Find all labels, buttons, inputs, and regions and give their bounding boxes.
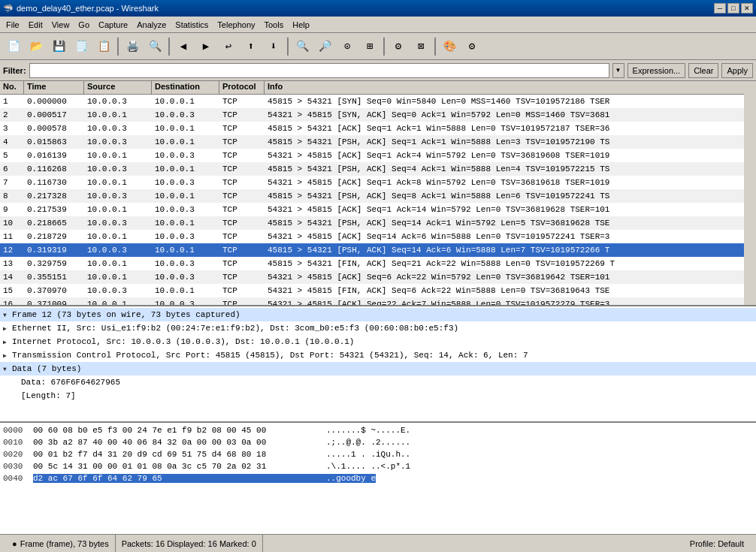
menu-item-view[interactable]: View [47,17,74,32]
detail-row-ip[interactable]: ▶Internet Protocol, Src: 10.0.0.3 (10.0.… [0,335,756,348]
toolbar-color-btn[interactable]: 🎨 [439,36,460,57]
cell-dst: 10.0.0.3 [152,110,219,119]
toolbar-capture-btn[interactable]: ⚙ [388,36,409,57]
cell-dst: 10.0.0.1 [152,97,219,106]
toolbar-fwd-btn[interactable]: ▶ [195,36,216,57]
menu-item-file[interactable]: File [2,17,24,32]
cell-info: 54321 > 45815 [ACK] Seq=1 Ack=4 Win=5792… [265,151,756,160]
titlebar-left: 🦈 demo_delay40_ether.pcap - Wireshark [3,4,159,14]
col-dst-header[interactable]: Destination [152,81,219,94]
cell-time: 0.000517 [24,110,84,119]
cell-dst: 10.0.0.1 [152,164,219,173]
status-profile: Profile: Default [263,535,750,552]
packet-row[interactable]: 16 0.371009 10.0.0.1 10.0.0.3 TCP 54321 … [0,297,756,306]
menu-item-capture[interactable]: Capture [94,17,132,32]
toolbar-find-btn[interactable]: 🔍 [144,36,165,57]
packet-row[interactable]: 5 0.016139 10.0.0.1 10.0.0.3 TCP 54321 >… [0,149,756,162]
packet-list-scrollbar[interactable] [744,81,756,305]
packet-row[interactable]: 7 0.116730 10.0.0.1 10.0.0.3 TCP 54321 >… [0,176,756,189]
packet-row[interactable]: 1 0.000000 10.0.0.3 10.0.0.1 TCP 45815 >… [0,95,756,108]
cell-info: 54321 > 45815 [ACK] Seq=22 Ack=7 Win=588… [265,300,756,306]
col-src-header[interactable]: Source [84,81,152,94]
cell-no: 1 [0,97,24,106]
col-info-header[interactable]: Info [265,81,756,94]
hex-ascii: .;..@.@. .2...... [326,438,410,447]
packet-row[interactable]: 4 0.015863 10.0.0.3 10.0.0.1 TCP 45815 >… [0,135,756,149]
toolbar-new-btn[interactable]: 📄 [3,36,24,57]
col-proto-header[interactable]: Protocol [219,81,265,94]
cell-dst: 10.0.0.3 [152,205,219,214]
cell-proto: TCP [219,219,265,228]
detail-sub-text: Data: 676F6F64627965 [21,378,753,387]
packet-row[interactable]: 11 0.218729 10.0.0.1 10.0.0.3 TCP 54321 … [0,230,756,243]
packet-row[interactable]: 14 0.355151 10.0.0.1 10.0.0.3 TCP 54321 … [0,270,756,284]
detail-row-ethernet[interactable]: ▶Ethernet II, Src: Usi_e1:f9:b2 (00:24:7… [0,321,756,335]
toolbar-resize-btn[interactable]: ⊞ [359,36,380,57]
col-no-header[interactable]: No. [0,81,24,94]
packet-row[interactable]: 8 0.217328 10.0.0.3 10.0.0.1 TCP 45815 >… [0,189,756,203]
menu-item-statistics[interactable]: Statistics [171,17,213,32]
detail-triangle: ▼ [3,366,12,373]
menubar: FileEditViewGoCaptureAnalyzeStatisticsTe… [0,17,756,33]
menu-item-help[interactable]: Help [288,17,314,32]
packet-row[interactable]: 3 0.000578 10.0.0.3 10.0.0.1 TCP 45815 >… [0,122,756,135]
toolbar-saveas-btn[interactable]: 📋 [93,36,114,57]
toolbar-save-btn[interactable]: 🗒️ [71,36,92,57]
hex-row[interactable]: 0000 00 60 08 b0 e5 f3 00 24 7e e1 f9 b2… [0,424,756,436]
toolbar-open-btn[interactable]: 📂 [26,36,47,57]
packet-row[interactable]: 12 0.319319 10.0.0.3 10.0.0.1 TCP 45815 … [0,243,756,257]
menu-item-edit[interactable]: Edit [24,17,47,32]
hex-row[interactable]: 0040 d2 ac 67 6f 6f 64 62 79 65 ..goodby… [0,472,756,484]
toolbar-goto-btn[interactable]: ↩ [218,36,239,57]
apply-button[interactable]: Apply [721,63,753,78]
cell-src: 10.0.0.3 [84,124,152,133]
expression-button[interactable]: Expression... [627,63,686,78]
toolbar-prefs-btn[interactable]: ⚙ [461,36,482,57]
hex-dump[interactable]: 0000 00 60 08 b0 e5 f3 00 24 7e e1 f9 b2… [0,423,756,534]
toolbar-zoom-out-btn[interactable]: 🔎 [314,36,335,57]
detail-text: Ethernet II, Src: Usi_e1:f9:b2 (00:24:7e… [12,324,753,333]
packet-row[interactable]: 6 0.116268 10.0.0.3 10.0.0.1 TCP 45815 >… [0,162,756,176]
packet-row[interactable]: 2 0.000517 10.0.0.1 10.0.0.3 TCP 54321 >… [0,108,756,122]
maximize-button[interactable]: □ [727,3,739,14]
hex-row[interactable]: 0030 00 5c 14 31 00 00 01 01 08 0a 3c c5… [0,460,756,472]
packet-row[interactable]: 15 0.370970 10.0.0.3 10.0.0.1 TCP 54321 … [0,284,756,297]
toolbar-back-btn[interactable]: ◀ [173,36,194,57]
cell-src: 10.0.0.3 [84,164,152,173]
detail-row-data[interactable]: ▼Data (7 bytes) [0,362,756,376]
cell-info: 45815 > 54321 [PSH, ACK] Seq=4 Ack=1 Win… [265,164,756,173]
toolbar-filter-btn[interactable]: ⊠ [410,36,431,57]
cell-src: 10.0.0.1 [84,273,152,282]
packet-details[interactable]: ▼Frame 12 (73 bytes on wire, 73 bytes ca… [0,306,756,423]
menu-item-analyze[interactable]: Analyze [132,17,171,32]
cell-no: 2 [0,110,24,119]
cell-time: 0.371009 [24,300,84,306]
filter-dropdown[interactable]: ▼ [612,63,624,78]
toolbar-bottom-btn[interactable]: ⬇ [263,36,284,57]
close-button[interactable]: ✕ [741,3,753,14]
packet-row[interactable]: 10 0.218665 10.0.0.3 10.0.0.1 TCP 45815 … [0,216,756,230]
packet-row[interactable]: 9 0.217539 10.0.0.1 10.0.0.3 TCP 54321 >… [0,203,756,216]
clear-button[interactable]: Clear [688,63,718,78]
hex-ascii: .\.1.... ..<.p*.1 [326,462,410,471]
toolbar-top-btn[interactable]: ⬆ [240,36,262,57]
cell-no: 16 [0,300,24,306]
packet-list[interactable]: No. Time Source Destination Protocol Inf… [0,81,756,306]
menu-item-telephony[interactable]: Telephony [213,17,259,32]
status-frame: ● Frame (frame), 73 bytes [6,535,116,552]
toolbar-zoom-in-btn[interactable]: 🔍 [292,36,313,57]
detail-row-frame[interactable]: ▼Frame 12 (73 bytes on wire, 73 bytes ca… [0,308,756,321]
hex-row[interactable]: 0010 00 3b a2 87 40 00 40 06 84 32 0a 00… [0,436,756,448]
toolbar-zoom-normal-btn[interactable]: ⊙ [337,36,358,57]
minimize-button[interactable]: ─ [714,3,726,14]
menu-item-go[interactable]: Go [74,17,94,32]
col-time-header[interactable]: Time [24,81,84,94]
toolbar-print-btn[interactable]: 🖨️ [122,36,143,57]
packet-row[interactable]: 13 0.329759 10.0.0.1 10.0.0.3 TCP 45815 … [0,257,756,270]
toolbar-close-btn[interactable]: 💾 [48,36,69,57]
cell-time: 0.016139 [24,151,84,160]
menu-item-tools[interactable]: Tools [260,17,289,32]
hex-row[interactable]: 0020 00 01 b2 f7 d4 31 20 d9 cd 69 51 75… [0,448,756,460]
filter-input[interactable] [29,63,609,78]
detail-row-tcp[interactable]: ▶Transmission Control Protocol, Src Port… [0,348,756,362]
